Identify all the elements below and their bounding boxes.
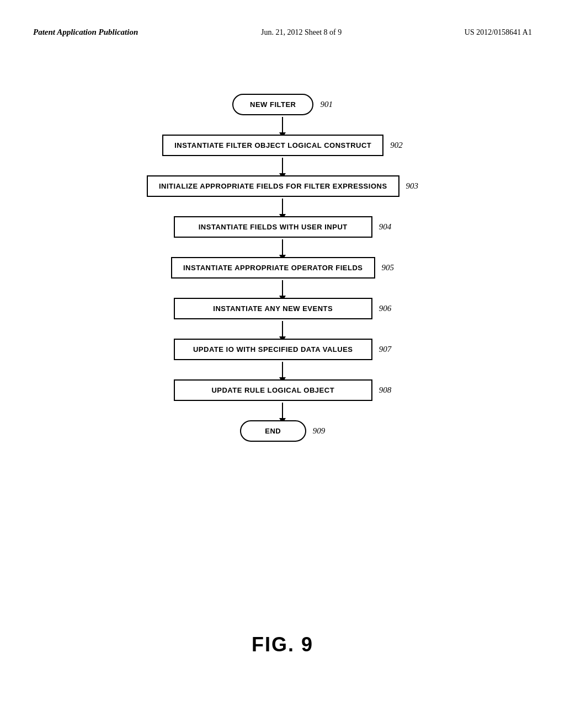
arrow-902-903 bbox=[282, 156, 283, 175]
node-909: END 909 bbox=[240, 420, 326, 442]
arrow-line bbox=[282, 403, 283, 419]
node-902: INSTANTIATE FILTER OBJECT LOGICAL CONSTR… bbox=[162, 135, 403, 156]
ref-905: 905 bbox=[382, 263, 395, 272]
header: Patent Application Publication Jun. 21, … bbox=[33, 28, 532, 37]
figure-label: FIG. 9 bbox=[0, 633, 565, 656]
ref-904: 904 bbox=[379, 222, 392, 232]
ref-906: 906 bbox=[379, 304, 392, 313]
node-903: INITIALIZE APPROPRIATE FIELDS FOR FILTER… bbox=[147, 175, 418, 197]
page: Patent Application Publication Jun. 21, … bbox=[0, 0, 565, 728]
arrow-line bbox=[282, 362, 283, 378]
arrow-907-908 bbox=[282, 360, 283, 379]
ref-907: 907 bbox=[379, 345, 392, 354]
arrow-line bbox=[282, 158, 283, 174]
header-right: US 2012/0158641 A1 bbox=[465, 28, 532, 37]
ref-908: 908 bbox=[379, 386, 392, 395]
arrow-903-904 bbox=[282, 197, 283, 216]
flowchart: NEW FILTER 901 INSTANTIATE FILTER OBJECT… bbox=[0, 83, 565, 442]
header-center: Jun. 21, 2012 Sheet 8 of 9 bbox=[261, 28, 342, 37]
arrow-line bbox=[282, 280, 283, 297]
node-907-box: UPDATE IO WITH SPECIFIED DATA VALUES bbox=[174, 339, 372, 360]
header-left: Patent Application Publication bbox=[33, 28, 138, 37]
node-907: UPDATE IO WITH SPECIFIED DATA VALUES 907 bbox=[174, 339, 392, 360]
node-902-box: INSTANTIATE FILTER OBJECT LOGICAL CONSTR… bbox=[162, 135, 383, 156]
ref-901: 901 bbox=[320, 100, 333, 109]
arrow-line bbox=[282, 117, 283, 133]
node-905-box: INSTANTIATE APPROPRIATE OPERATOR FIELDS bbox=[171, 257, 375, 279]
arrow-905-906 bbox=[282, 279, 283, 298]
node-908-box: UPDATE RULE LOGICAL OBJECT bbox=[174, 379, 372, 401]
ref-909: 909 bbox=[313, 426, 326, 436]
arrow-904-905 bbox=[282, 238, 283, 257]
ref-903: 903 bbox=[406, 181, 419, 191]
node-906-box: INSTANTIATE ANY NEW EVENTS bbox=[174, 298, 372, 319]
node-906: INSTANTIATE ANY NEW EVENTS 906 bbox=[174, 298, 392, 319]
arrow-901-902 bbox=[282, 115, 283, 135]
node-905: INSTANTIATE APPROPRIATE OPERATOR FIELDS … bbox=[171, 257, 394, 279]
arrow-906-907 bbox=[282, 319, 283, 339]
node-904: INSTANTIATE FIELDS WITH USER INPUT 904 bbox=[174, 216, 392, 238]
node-901-box: NEW FILTER bbox=[232, 94, 313, 115]
arrow-line bbox=[282, 321, 283, 338]
arrow-line bbox=[282, 239, 283, 256]
arrow-908-909 bbox=[282, 401, 283, 420]
arrow-line bbox=[282, 199, 283, 215]
node-901: NEW FILTER 901 bbox=[232, 94, 333, 115]
node-903-box: INITIALIZE APPROPRIATE FIELDS FOR FILTER… bbox=[147, 175, 399, 197]
node-908: UPDATE RULE LOGICAL OBJECT 908 bbox=[174, 379, 392, 401]
ref-902: 902 bbox=[390, 141, 403, 150]
node-904-box: INSTANTIATE FIELDS WITH USER INPUT bbox=[174, 216, 372, 238]
node-909-box: END bbox=[240, 420, 306, 442]
